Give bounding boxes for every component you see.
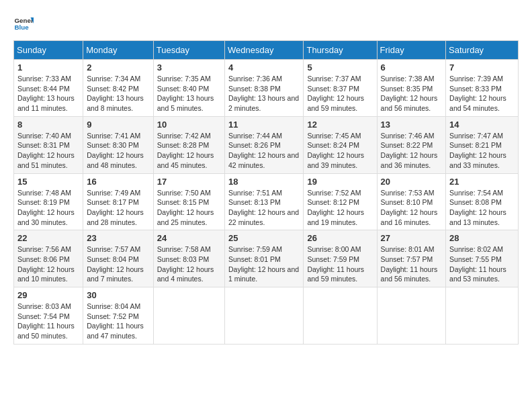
day-info: Sunrise: 8:01 AM Sunset: 7:57 PM Dayligh… xyxy=(381,244,443,284)
day-number: 29 xyxy=(17,290,79,300)
day-number: 27 xyxy=(381,233,443,243)
calendar-cell: 3 Sunrise: 7:35 AM Sunset: 8:40 PM Dayli… xyxy=(153,60,224,117)
calendar-cell: 18 Sunrise: 7:51 AM Sunset: 8:13 PM Dayl… xyxy=(225,173,304,230)
calendar-week-row: 22 Sunrise: 7:56 AM Sunset: 8:06 PM Dayl… xyxy=(14,230,519,287)
day-info: Sunrise: 7:53 AM Sunset: 8:10 PM Dayligh… xyxy=(381,188,443,228)
day-info: Sunrise: 7:34 AM Sunset: 8:42 PM Dayligh… xyxy=(87,74,149,113)
day-info: Sunrise: 7:58 AM Sunset: 8:03 PM Dayligh… xyxy=(157,244,221,284)
weekday-header-wednesday: Wednesday xyxy=(225,41,304,60)
calendar-cell: 8 Sunrise: 7:40 AM Sunset: 8:31 PM Dayli… xyxy=(14,116,83,173)
calendar-cell: 14 Sunrise: 7:47 AM Sunset: 8:21 PM Dayl… xyxy=(446,116,519,173)
calendar-cell xyxy=(304,287,377,345)
day-number: 14 xyxy=(449,120,515,130)
day-number: 16 xyxy=(87,177,149,187)
calendar-cell: 24 Sunrise: 7:58 AM Sunset: 8:03 PM Dayl… xyxy=(153,230,224,287)
day-info: Sunrise: 7:48 AM Sunset: 8:19 PM Dayligh… xyxy=(17,188,79,228)
calendar-cell: 20 Sunrise: 7:53 AM Sunset: 8:10 PM Dayl… xyxy=(377,173,446,230)
weekday-header-sunday: Sunday xyxy=(14,41,83,60)
calendar-cell: 5 Sunrise: 7:37 AM Sunset: 8:37 PM Dayli… xyxy=(304,60,377,117)
calendar-body: 1 Sunrise: 7:33 AM Sunset: 8:44 PM Dayli… xyxy=(14,60,519,345)
day-info: Sunrise: 7:38 AM Sunset: 8:35 PM Dayligh… xyxy=(381,74,443,113)
calendar-cell: 27 Sunrise: 8:01 AM Sunset: 7:57 PM Dayl… xyxy=(377,230,446,287)
day-info: Sunrise: 8:04 AM Sunset: 7:52 PM Dayligh… xyxy=(87,302,149,341)
day-info: Sunrise: 8:03 AM Sunset: 7:54 PM Dayligh… xyxy=(17,302,79,341)
day-number: 5 xyxy=(307,62,373,73)
day-number: 13 xyxy=(381,120,443,130)
day-number: 19 xyxy=(307,177,373,187)
calendar-week-row: 8 Sunrise: 7:40 AM Sunset: 8:31 PM Dayli… xyxy=(14,116,519,173)
calendar-cell: 30 Sunrise: 8:04 AM Sunset: 7:52 PM Dayl… xyxy=(83,287,153,345)
day-number: 10 xyxy=(157,120,221,130)
day-info: Sunrise: 7:40 AM Sunset: 8:31 PM Dayligh… xyxy=(17,131,79,171)
calendar-cell: 29 Sunrise: 8:03 AM Sunset: 7:54 PM Dayl… xyxy=(14,287,83,345)
calendar-cell: 17 Sunrise: 7:50 AM Sunset: 8:15 PM Dayl… xyxy=(153,173,224,230)
calendar-week-row: 15 Sunrise: 7:48 AM Sunset: 8:19 PM Dayl… xyxy=(14,173,519,230)
calendar-week-row: 1 Sunrise: 7:33 AM Sunset: 8:44 PM Dayli… xyxy=(14,60,519,117)
day-number: 17 xyxy=(157,177,221,187)
day-info: Sunrise: 7:42 AM Sunset: 8:28 PM Dayligh… xyxy=(157,131,221,171)
calendar-cell xyxy=(153,287,224,345)
day-number: 11 xyxy=(228,120,300,130)
calendar-cell: 26 Sunrise: 8:00 AM Sunset: 7:59 PM Dayl… xyxy=(304,230,377,287)
day-number: 18 xyxy=(228,177,300,187)
calendar-cell: 25 Sunrise: 7:59 AM Sunset: 8:01 PM Dayl… xyxy=(225,230,304,287)
day-number: 8 xyxy=(17,120,79,130)
calendar-cell xyxy=(377,287,446,345)
calendar-cell: 28 Sunrise: 8:02 AM Sunset: 7:55 PM Dayl… xyxy=(446,230,519,287)
day-number: 20 xyxy=(381,177,443,187)
weekday-header-friday: Friday xyxy=(377,41,446,60)
calendar-cell: 21 Sunrise: 7:54 AM Sunset: 8:08 PM Dayl… xyxy=(446,173,519,230)
day-info: Sunrise: 7:59 AM Sunset: 8:01 PM Dayligh… xyxy=(228,244,300,284)
weekday-header-tuesday: Tuesday xyxy=(153,41,224,60)
day-number: 25 xyxy=(228,233,300,243)
day-info: Sunrise: 7:52 AM Sunset: 8:12 PM Dayligh… xyxy=(307,188,373,228)
calendar-cell: 6 Sunrise: 7:38 AM Sunset: 8:35 PM Dayli… xyxy=(377,60,446,117)
calendar-cell: 4 Sunrise: 7:36 AM Sunset: 8:38 PM Dayli… xyxy=(225,60,304,117)
day-info: Sunrise: 8:02 AM Sunset: 7:55 PM Dayligh… xyxy=(449,244,515,284)
day-number: 7 xyxy=(449,62,515,73)
calendar-week-row: 29 Sunrise: 8:03 AM Sunset: 7:54 PM Dayl… xyxy=(14,287,519,345)
day-number: 26 xyxy=(307,233,373,243)
day-info: Sunrise: 7:39 AM Sunset: 8:33 PM Dayligh… xyxy=(449,74,515,113)
day-info: Sunrise: 7:45 AM Sunset: 8:24 PM Dayligh… xyxy=(307,131,373,171)
day-info: Sunrise: 7:49 AM Sunset: 8:17 PM Dayligh… xyxy=(87,188,149,228)
calendar-cell: 19 Sunrise: 7:52 AM Sunset: 8:12 PM Dayl… xyxy=(304,173,377,230)
calendar-cell: 9 Sunrise: 7:41 AM Sunset: 8:30 PM Dayli… xyxy=(83,116,153,173)
day-info: Sunrise: 7:47 AM Sunset: 8:21 PM Dayligh… xyxy=(449,131,515,171)
day-number: 1 xyxy=(17,62,79,73)
day-number: 23 xyxy=(87,233,149,243)
day-info: Sunrise: 7:51 AM Sunset: 8:13 PM Dayligh… xyxy=(228,188,300,228)
calendar-cell: 15 Sunrise: 7:48 AM Sunset: 8:19 PM Dayl… xyxy=(14,173,83,230)
calendar-cell: 2 Sunrise: 7:34 AM Sunset: 8:42 PM Dayli… xyxy=(83,60,153,117)
day-info: Sunrise: 7:33 AM Sunset: 8:44 PM Dayligh… xyxy=(17,74,79,113)
day-number: 6 xyxy=(381,62,443,73)
calendar-cell: 12 Sunrise: 7:45 AM Sunset: 8:24 PM Dayl… xyxy=(304,116,377,173)
day-number: 15 xyxy=(17,177,79,187)
day-number: 3 xyxy=(157,62,221,73)
day-info: Sunrise: 7:46 AM Sunset: 8:22 PM Dayligh… xyxy=(381,131,443,171)
calendar-table: SundayMondayTuesdayWednesdayThursdayFrid… xyxy=(13,40,519,345)
page-header: General Blue xyxy=(13,13,519,34)
day-info: Sunrise: 7:36 AM Sunset: 8:38 PM Dayligh… xyxy=(228,74,300,113)
day-info: Sunrise: 7:41 AM Sunset: 8:30 PM Dayligh… xyxy=(87,131,149,171)
calendar-cell xyxy=(446,287,519,345)
calendar-cell: 23 Sunrise: 7:57 AM Sunset: 8:04 PM Dayl… xyxy=(83,230,153,287)
day-number: 30 xyxy=(87,290,149,300)
calendar-cell: 10 Sunrise: 7:42 AM Sunset: 8:28 PM Dayl… xyxy=(153,116,224,173)
day-number: 21 xyxy=(449,177,515,187)
weekday-header-monday: Monday xyxy=(83,41,153,60)
logo: General Blue xyxy=(13,13,34,34)
svg-text:Blue: Blue xyxy=(15,24,30,31)
weekday-header-thursday: Thursday xyxy=(304,41,377,60)
calendar-cell: 1 Sunrise: 7:33 AM Sunset: 8:44 PM Dayli… xyxy=(14,60,83,117)
day-number: 2 xyxy=(87,62,149,73)
logo-icon: General Blue xyxy=(13,13,34,34)
day-info: Sunrise: 7:37 AM Sunset: 8:37 PM Dayligh… xyxy=(307,74,373,113)
weekday-header-saturday: Saturday xyxy=(446,41,519,60)
day-number: 4 xyxy=(228,62,300,73)
calendar-cell: 22 Sunrise: 7:56 AM Sunset: 8:06 PM Dayl… xyxy=(14,230,83,287)
day-number: 24 xyxy=(157,233,221,243)
calendar-cell: 11 Sunrise: 7:44 AM Sunset: 8:26 PM Dayl… xyxy=(225,116,304,173)
calendar-cell: 7 Sunrise: 7:39 AM Sunset: 8:33 PM Dayli… xyxy=(446,60,519,117)
day-number: 12 xyxy=(307,120,373,130)
